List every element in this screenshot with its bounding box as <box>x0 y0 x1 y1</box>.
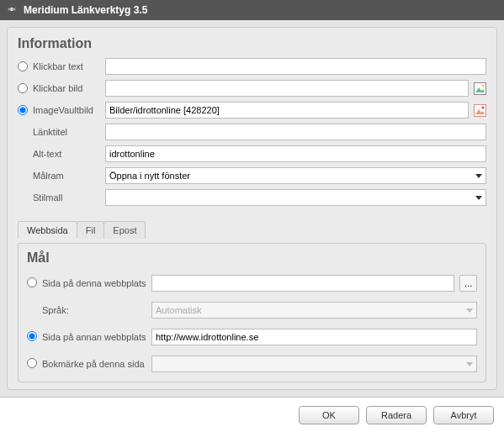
radio-clickable-text[interactable] <box>18 61 28 71</box>
select-language: Automatisk <box>151 302 477 319</box>
input-alt-text[interactable] <box>105 145 486 162</box>
svg-point-5 <box>481 106 484 108</box>
radio-bookmark[interactable] <box>27 358 37 368</box>
label-bookmark: Bokmärke på denna sida <box>42 359 151 369</box>
input-site-this[interactable] <box>151 275 454 292</box>
label-language: Språk: <box>42 305 151 315</box>
imagevault-picker-icon[interactable] <box>474 103 486 117</box>
window-title: Meridium Länkverktyg 3.5 <box>24 4 147 16</box>
input-clickable-text[interactable] <box>105 58 486 75</box>
chevron-down-icon <box>466 362 473 366</box>
label-imagevault: ImageVaultbild <box>33 105 105 115</box>
chevron-down-icon <box>466 308 473 313</box>
tab-web[interactable]: Webbsida <box>18 221 77 239</box>
label-alt-text: Alt-text <box>33 149 105 159</box>
tab-file[interactable]: Fil <box>77 221 105 239</box>
ok-button[interactable]: OK <box>299 406 359 424</box>
radio-imagevault[interactable] <box>18 105 28 115</box>
label-target-frame: Målram <box>33 171 105 181</box>
select-bookmark <box>151 356 477 372</box>
input-link-title[interactable] <box>105 124 486 140</box>
chevron-down-icon <box>475 174 482 178</box>
select-target-frame[interactable]: Öppna i nytt fönster <box>105 167 486 184</box>
select-language-value: Automatisk <box>156 305 201 315</box>
app-icon <box>5 3 24 18</box>
tab-email[interactable]: Epost <box>103 221 146 239</box>
browse-button[interactable]: ... <box>459 275 477 292</box>
label-site-this: Sida på denna webbplats <box>42 278 151 288</box>
information-heading: Information <box>18 36 486 51</box>
cancel-button[interactable]: Avbryt <box>433 406 494 424</box>
select-target-frame-value: Öppna i nytt fönster <box>109 171 190 181</box>
tabs: Webbsida Fil Epost <box>18 221 486 239</box>
target-heading: Mål <box>27 250 477 266</box>
label-clickable-text: Klickbar text <box>33 61 105 71</box>
svg-point-2 <box>481 84 484 87</box>
chevron-down-icon <box>475 196 482 200</box>
title-bar: Meridium Länkverktyg 3.5 <box>0 0 504 20</box>
svg-rect-0 <box>474 82 485 94</box>
radio-site-other[interactable] <box>27 331 37 341</box>
input-site-other[interactable] <box>151 329 477 345</box>
select-stylesheet[interactable] <box>105 189 486 206</box>
svg-rect-3 <box>474 104 485 116</box>
label-clickable-image: Klickbar bild <box>33 83 105 93</box>
label-stylesheet: Stilmall <box>33 192 105 203</box>
label-site-other: Sida på annan webbplats <box>42 332 151 342</box>
radio-clickable-image[interactable] <box>18 83 28 93</box>
input-clickable-image[interactable] <box>105 80 469 97</box>
radio-site-this[interactable] <box>27 277 37 287</box>
input-imagevault[interactable] <box>105 102 469 119</box>
delete-button[interactable]: Radera <box>366 406 427 424</box>
image-picker-icon[interactable] <box>474 82 486 95</box>
button-bar: OK Radera Avbryt <box>0 397 504 432</box>
label-link-title: Länktitel <box>33 127 105 137</box>
